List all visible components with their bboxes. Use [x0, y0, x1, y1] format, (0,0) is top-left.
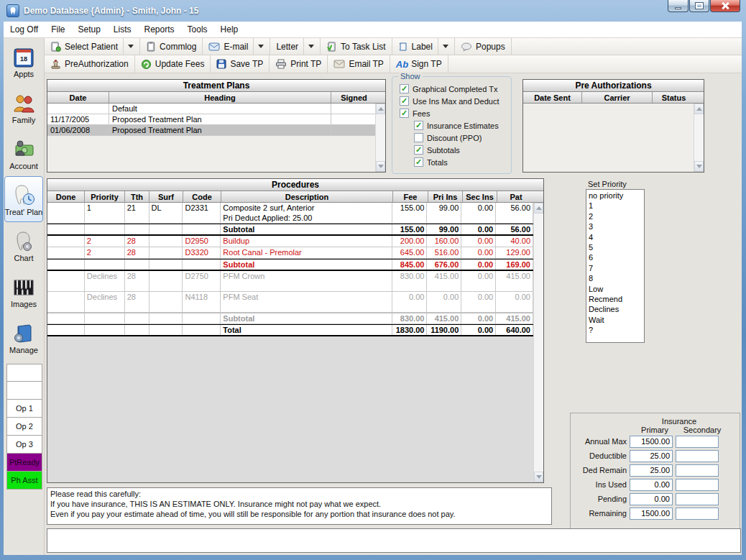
- sidebar-item-chart[interactable]: Chart: [4, 222, 44, 268]
- to-task-list-button[interactable]: To Task List: [321, 38, 392, 55]
- operatory-box-op2[interactable]: Op 2: [6, 418, 42, 436]
- sidebar-item-account[interactable]: Account: [4, 130, 44, 176]
- annual-max-secondary-field[interactable]: [676, 436, 719, 448]
- operatory-box-phasst[interactable]: Ph Asst: [6, 472, 42, 490]
- treatment-plans-scrollbar[interactable]: [375, 104, 385, 172]
- popups-button[interactable]: Popups: [455, 38, 512, 55]
- commlog-button[interactable]: Commlog: [140, 38, 203, 55]
- cell-tth: 28: [125, 271, 149, 291]
- save-tp-button[interactable]: Save TP: [211, 55, 270, 73]
- procedure-row[interactable]: 1 21 DL D2331 Composite 2 surf, Anterior…: [47, 203, 533, 224]
- sign-tp-button[interactable]: Ab Sign TP: [390, 55, 448, 73]
- ins-used-secondary-field[interactable]: [676, 479, 719, 491]
- scroll-down-button[interactable]: [534, 472, 543, 482]
- scroll-up-button[interactable]: [534, 203, 543, 214]
- procedure-row[interactable]: Declines 28 D2750 PFM Crown 830.00 415.0…: [47, 271, 533, 292]
- menu-file[interactable]: File: [45, 22, 71, 37]
- menu-help[interactable]: Help: [214, 22, 245, 37]
- priority-option[interactable]: Declines: [589, 304, 644, 314]
- operatory-box-op3[interactable]: Op 3: [6, 436, 42, 454]
- preauthorization-button[interactable]: PreAuthorization: [45, 55, 135, 73]
- priority-option[interactable]: 4: [589, 232, 644, 242]
- scroll-down-button[interactable]: [376, 161, 385, 172]
- additional-note-field[interactable]: [47, 528, 741, 553]
- remaining-secondary-field[interactable]: [676, 508, 719, 520]
- checkbox-fees[interactable]: ✓ Fees: [400, 107, 511, 119]
- total-row: Total 1830.00 1190.00 0.00 640.00: [47, 324, 533, 336]
- checkbox-discount-ppo[interactable]: Discount (PPO): [414, 132, 511, 144]
- operatory-box-empty-1[interactable]: [6, 364, 42, 382]
- pre-authorizations-scrollbar[interactable]: [694, 104, 704, 172]
- select-patient-button[interactable]: Select Patient: [45, 38, 140, 55]
- ded-remain-secondary-field[interactable]: [676, 464, 719, 477]
- priority-option[interactable]: 6: [589, 252, 644, 262]
- procedure-row[interactable]: 2 28 D2950 Buildup 200.00 160.00 0.00 40…: [47, 236, 533, 247]
- ded-remain-primary-field[interactable]: 25.00: [630, 464, 673, 477]
- label-button[interactable]: Label: [392, 38, 455, 55]
- menu-reports[interactable]: Reports: [138, 22, 181, 37]
- maximize-button[interactable]: [689, 0, 709, 12]
- menu-log-off[interactable]: Log Off: [4, 22, 45, 37]
- menu-setup[interactable]: Setup: [71, 22, 106, 37]
- checkbox-use-ins-max[interactable]: ✓ Use Ins Max and Deduct: [400, 95, 511, 107]
- priority-option[interactable]: Wait: [589, 315, 644, 325]
- operatory-box-empty-2[interactable]: [6, 382, 42, 400]
- letter-button[interactable]: Letter: [270, 38, 321, 55]
- treatment-plan-row[interactable]: 11/17/2005 Proposed Treatment Plan: [47, 114, 375, 125]
- deductible-primary-field[interactable]: 25.00: [630, 450, 673, 462]
- sidebar-item-images[interactable]: Images: [4, 268, 44, 314]
- label-dropdown[interactable]: [438, 38, 448, 55]
- priority-option[interactable]: Recmend: [589, 294, 644, 304]
- close-button[interactable]: [710, 0, 740, 12]
- priority-option[interactable]: 8: [589, 273, 644, 283]
- annual-max-primary-field[interactable]: 1500.00: [630, 436, 673, 448]
- sidebar-item-appts[interactable]: 18 Appts: [4, 38, 44, 84]
- priority-option[interactable]: 3: [589, 221, 644, 231]
- menu-lists[interactable]: Lists: [107, 22, 138, 37]
- remaining-primary-field[interactable]: 1500.00: [630, 508, 673, 520]
- scroll-up-button[interactable]: [694, 104, 704, 114]
- operatory-box-ptready[interactable]: PtReady: [6, 454, 42, 472]
- sidebar-item-treat-plan[interactable]: Treat' Plan: [4, 176, 43, 222]
- minimize-button[interactable]: [668, 0, 689, 12]
- menu-tools[interactable]: Tools: [181, 22, 214, 37]
- procedures-scrollbar[interactable]: [533, 203, 543, 482]
- sidebar-item-family[interactable]: Family: [4, 84, 44, 130]
- checkbox-graphical-completed-tx[interactable]: ✓ Graphical Completed Tx: [400, 83, 511, 95]
- scroll-down-button[interactable]: [694, 161, 704, 172]
- sidebar-item-manage[interactable]: Manage: [4, 314, 44, 360]
- stamp-icon: [50, 59, 61, 70]
- checkbox-subtotals[interactable]: ✓ Subtotals: [414, 144, 511, 156]
- procedure-row[interactable]: 2 28 D3320 Root Canal - Premolar 645.00 …: [47, 247, 533, 259]
- email-button[interactable]: E-mail: [203, 38, 270, 55]
- priority-option[interactable]: no priority: [589, 191, 644, 201]
- priority-option[interactable]: ?: [589, 325, 644, 335]
- operatory-box-op1[interactable]: Op 1: [6, 400, 42, 418]
- select-patient-dropdown[interactable]: [123, 38, 134, 55]
- pending-secondary-field[interactable]: [676, 493, 719, 505]
- procedure-row[interactable]: Declines 28 N4118 PFM Seat 0.00 0.00 0.0…: [47, 292, 533, 313]
- priority-option[interactable]: 5: [589, 242, 644, 252]
- pending-primary-field[interactable]: 0.00: [630, 493, 673, 505]
- ins-used-primary-field[interactable]: 0.00: [630, 479, 673, 491]
- priority-option[interactable]: 2: [589, 211, 644, 221]
- priority-option[interactable]: 7: [589, 263, 644, 273]
- cell-description: PFM Seat: [221, 292, 392, 312]
- email-tp-label: Email TP: [349, 59, 383, 69]
- treatment-plan-row[interactable]: Default: [47, 104, 375, 114]
- deductible-secondary-field[interactable]: [676, 450, 719, 462]
- scroll-up-button[interactable]: [376, 104, 385, 114]
- letter-dropdown[interactable]: [303, 38, 314, 55]
- email-tp-button[interactable]: Email TP: [328, 55, 390, 73]
- estimate-note-field[interactable]: Please read this carefully: If you have …: [47, 487, 552, 525]
- priority-option[interactable]: Low: [589, 284, 644, 294]
- email-dropdown[interactable]: [253, 38, 264, 55]
- checkbox-insurance-estimates[interactable]: ✓ Insurance Estimates: [414, 119, 511, 132]
- title-bar[interactable]: Demo Database {Admin} - Smith, John - 15: [0, 0, 746, 22]
- checkbox-totals[interactable]: ✓ Totals: [414, 156, 511, 168]
- print-tp-button[interactable]: Print TP: [270, 55, 328, 73]
- update-fees-button[interactable]: Update Fees: [135, 55, 211, 73]
- priority-option[interactable]: 1: [589, 201, 644, 211]
- treatment-plan-row-selected[interactable]: 01/06/2008 Proposed Treatment Plan: [47, 125, 375, 136]
- main-toolbar: Select Patient Commlog E-mail: [45, 38, 742, 55]
